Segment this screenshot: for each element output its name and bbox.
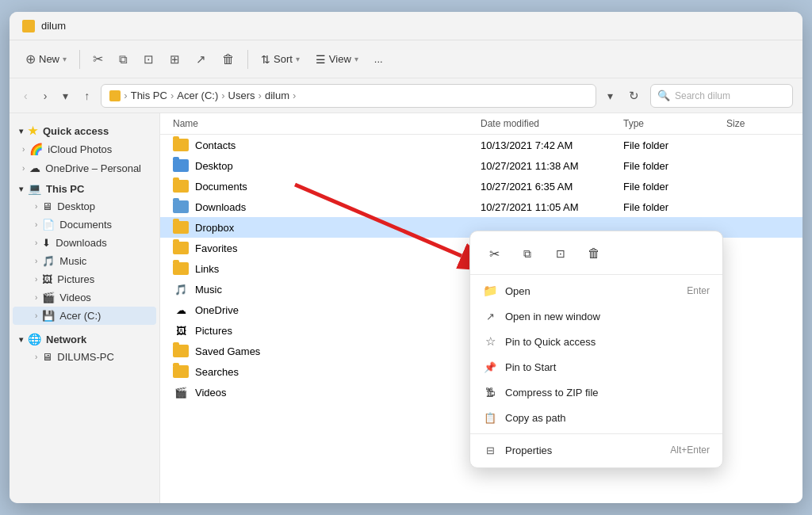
- chevron-right-icon8: ›: [35, 293, 37, 302]
- ctx-pin-quick-access[interactable]: ☆ Pin to Quick access: [470, 329, 722, 354]
- history-dropdown-button[interactable]: ▾: [58, 86, 73, 105]
- col-type[interactable]: Type: [623, 118, 726, 129]
- table-row[interactable]: Downloads 10/27/2021 11:05 AM File folde…: [160, 196, 802, 217]
- forward-button[interactable]: ›: [39, 86, 52, 105]
- folder-searches-icon: [173, 365, 189, 378]
- network-icon: 🌐: [28, 333, 41, 345]
- sidebar-item-videos[interactable]: › 🎬 Videos: [13, 288, 156, 307]
- context-menu: ✂ ⧉ ⊡ 🗑 📁 Open Enter ↗ Open in new windo…: [469, 231, 723, 468]
- title-bar: dilum: [10, 12, 802, 40]
- file-list-header: Name Date modified Type Size: [160, 113, 802, 135]
- col-date[interactable]: Date modified: [481, 118, 623, 129]
- folder-savedgames-icon: [173, 345, 189, 357]
- toolbar: ⊕ New ▾ ✂ ⧉ ⊡ ⊞ ↗ 🗑 ⇅ Sort ▾ ☰: [10, 40, 802, 78]
- folder-yellow-icon2: [173, 180, 189, 193]
- docs-icon: 📄: [42, 219, 55, 231]
- sidebar-item-onedrive[interactable]: › ☁ OneDrive – Personal: [13, 158, 156, 177]
- sidebar-item-downloads[interactable]: › ⬇ Downloads: [13, 234, 156, 252]
- share-button[interactable]: ↗: [190, 48, 213, 71]
- folder-favorites-icon: [173, 242, 189, 254]
- sidebar-item-dilums-pc[interactable]: › 🖥 DILUMS-PC: [13, 348, 156, 366]
- file-name: Desktop: [195, 160, 233, 172]
- sort-button[interactable]: ⇅ Sort ▾: [255, 49, 306, 70]
- properties-icon: ⊟: [483, 443, 497, 457]
- ctx-open-new-window[interactable]: ↗ Open in new window: [470, 303, 722, 329]
- chevron-right-icon2: ›: [22, 164, 25, 173]
- sidebar-item-icloud[interactable]: › 🌈 iCloud Photos: [13, 139, 156, 158]
- pc-icon2: 🖥: [42, 351, 52, 363]
- breadcrumb[interactable]: › This PC › Acer (C:) › Users › dilum ›: [101, 84, 596, 108]
- ctx-pin-quick-label: Pin to Quick access: [505, 336, 710, 348]
- col-name[interactable]: Name: [173, 118, 481, 129]
- ctx-properties-label: Properties: [505, 444, 662, 456]
- copy-button[interactable]: ⧉: [113, 48, 134, 71]
- context-menu-separator: [470, 433, 722, 434]
- breadcrumb-acer: Acer (C:): [177, 90, 218, 101]
- ctx-copy-path[interactable]: 📋 Copy as path: [470, 405, 722, 430]
- file-type: File folder: [623, 160, 726, 172]
- file-name: Links: [195, 263, 219, 275]
- icloud-icon: 🌈: [29, 143, 43, 155]
- cut-button[interactable]: ✂: [86, 48, 109, 71]
- view-button[interactable]: ☰ View ▾: [309, 49, 365, 70]
- ctx-copy-button[interactable]: ⧉: [513, 241, 542, 266]
- sidebar-item-music[interactable]: › 🎵 Music: [13, 252, 156, 270]
- sidebar-item-documents[interactable]: › 📄 Documents: [13, 216, 156, 234]
- ctx-compress-zip[interactable]: 🗜 Compress to ZIP file: [470, 380, 722, 405]
- table-row[interactable]: Documents 10/27/2021 6:35 AM File folder: [160, 176, 802, 196]
- ctx-rename-button[interactable]: ⊡: [546, 241, 575, 266]
- rename-button[interactable]: ⊞: [163, 48, 186, 71]
- sidebar-item-this-pc[interactable]: ▾ 💻 This PC: [10, 177, 159, 197]
- ctx-open[interactable]: 📁 Open Enter: [470, 278, 722, 303]
- view-dropdown-icon: ▾: [354, 55, 358, 63]
- delete-button[interactable]: 🗑: [216, 48, 241, 71]
- table-row[interactable]: Contacts 10/13/2021 7:42 AM File folder: [160, 135, 802, 155]
- folder-downloads-icon: [173, 200, 189, 213]
- file-name: Saved Games: [195, 345, 260, 357]
- refresh-button[interactable]: ↻: [624, 86, 644, 106]
- ctx-properties[interactable]: ⊟ Properties Alt+Enter: [470, 437, 722, 463]
- downloads-icon: ⬇: [42, 237, 51, 249]
- file-name: Music: [195, 284, 222, 296]
- trash-icon: 🗑: [222, 52, 235, 67]
- context-menu-toolbar: ✂ ⧉ ⊡ 🗑: [470, 236, 722, 275]
- breadcrumb-dilum: dilum: [265, 90, 289, 101]
- music-icon: 🎵: [42, 255, 55, 267]
- chevron-right-icon4: ›: [35, 220, 37, 229]
- ctx-new-window-label: Open in new window: [505, 311, 710, 322]
- ctx-open-label: Open: [505, 285, 679, 297]
- main-area: ▾ ★ Quick access › 🌈 iCloud Photos › ☁ O…: [10, 113, 802, 503]
- sidebar-item-quick-access[interactable]: ▾ ★ Quick access: [10, 120, 159, 139]
- new-button[interactable]: ⊕ New ▾: [19, 48, 73, 71]
- file-name: Documents: [195, 181, 247, 193]
- ctx-delete-button[interactable]: 🗑: [580, 241, 608, 266]
- back-button[interactable]: ‹: [19, 86, 33, 105]
- search-box[interactable]: 🔍 Search dilum: [650, 84, 793, 108]
- up-button[interactable]: ↑: [79, 86, 94, 105]
- file-name: Contacts: [195, 139, 236, 151]
- sidebar-item-pictures[interactable]: › 🖼 Pictures: [13, 270, 156, 288]
- sidebar-item-desktop[interactable]: › 🖥 Desktop: [13, 197, 156, 216]
- file-type: File folder: [623, 201, 726, 213]
- chevron-right-icon6: ›: [35, 257, 37, 265]
- sidebar-item-network[interactable]: ▾ 🌐 Network: [10, 328, 159, 348]
- share-icon: ↗: [196, 52, 206, 67]
- file-name: Videos: [195, 387, 227, 399]
- sidebar-item-acer-c[interactable]: › 💾 Acer (C:): [13, 307, 156, 325]
- ctx-pin-start[interactable]: 📌 Pin to Start: [470, 354, 722, 380]
- separator: [79, 50, 80, 69]
- paste-button[interactable]: ⊡: [137, 48, 160, 71]
- file-name: Downloads: [195, 201, 246, 213]
- address-dropdown-button[interactable]: ▾: [603, 86, 618, 105]
- sidebar: ▾ ★ Quick access › 🌈 iCloud Photos › ☁ O…: [10, 113, 160, 503]
- ctx-pin-start-label: Pin to Start: [505, 361, 710, 373]
- scissors-icon: ✂: [93, 52, 103, 67]
- more-button[interactable]: ...: [368, 49, 389, 69]
- rename-icon: ⊞: [170, 52, 180, 67]
- file-explorer-window: dilum ⊕ New ▾ ✂ ⧉ ⊡ ⊞ ↗ 🗑 ⇅ Sort: [10, 12, 802, 503]
- table-row[interactable]: Desktop 10/27/2021 11:38 AM File folder: [160, 155, 802, 176]
- breadcrumb-this-pc: This PC: [131, 90, 167, 101]
- ctx-cut-button[interactable]: ✂: [480, 241, 508, 266]
- folder-blue-icon: [173, 159, 189, 172]
- col-size[interactable]: Size: [726, 118, 790, 129]
